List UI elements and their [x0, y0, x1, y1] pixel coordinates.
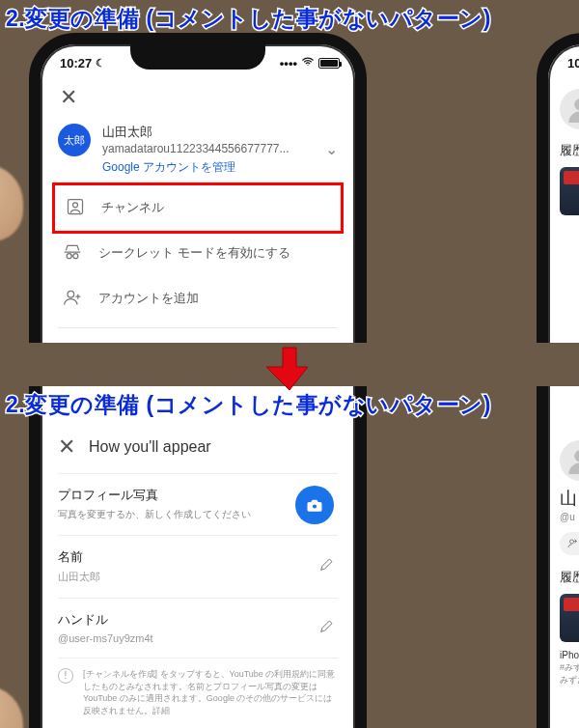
notch	[130, 42, 265, 70]
phone-left: 10:27 ☾ •••• ✕ 太郎 山田太郎 yamada	[29, 33, 367, 343]
handle-label: ハンドル	[58, 612, 338, 629]
account-email: yamadatarou11223344556677777...	[102, 141, 314, 157]
step-title: 2.変更の準備 (コメントした事がないパターン)	[6, 390, 491, 420]
panel-bottom: 2.変更の準備 (コメントした事がないパターン) ✕ How you'll ap…	[0, 386, 579, 728]
handle-section[interactable]: ハンドル @user-ms7uy9zm4t	[58, 598, 338, 658]
video-title: iPhoneの進化の歴	[560, 649, 579, 661]
battery-icon	[318, 58, 340, 69]
switch-account-pill[interactable]: アカウントを切	[560, 532, 579, 555]
name-section[interactable]: 名前 山田太郎	[58, 535, 338, 598]
menu-add-account[interactable]: アカウントを追加	[58, 276, 338, 322]
clock: 10:27	[567, 56, 579, 70]
finger-hint	[0, 686, 23, 728]
disclaimer-text: [チャンネルを作成] をタップすると、YouTube の利用規約に同意したものと…	[83, 668, 338, 716]
phone-right: 山 @u アカウントを切 履歴 iPhoneの進化の歴 #みずおじさん #ip …	[537, 386, 579, 728]
clock: 10:27	[60, 56, 92, 70]
chevron-down-icon[interactable]: ⌄	[325, 140, 338, 158]
manage-account-link[interactable]: Google アカウントを管理	[102, 159, 314, 176]
pencil-icon[interactable]	[318, 557, 334, 576]
name-value: 山田太郎	[58, 570, 338, 584]
menu-incognito-label: シークレット モードを有効にする	[98, 244, 290, 262]
history-heading: 履歴	[560, 142, 579, 159]
down-arrow-icon	[265, 344, 314, 396]
close-icon[interactable]: ✕	[58, 434, 75, 460]
disclaimer: ! [チャンネルを作成] をタップすると、YouTube の利用規約に同意したも…	[58, 658, 338, 728]
finger-hint	[0, 164, 23, 241]
dnd-moon-icon: ☾	[96, 57, 105, 70]
svg-point-8	[312, 504, 317, 509]
status-bar: 10:27 ☾	[548, 44, 579, 73]
add-person-icon	[62, 288, 83, 310]
svg-point-2	[67, 253, 71, 258]
account-name: 山田太郎	[102, 124, 314, 141]
phone-left: ✕ How you'll appear プロフィール写真 写真を変更するか、新し…	[29, 386, 367, 728]
channel-name: 山	[560, 487, 579, 510]
divider	[58, 327, 338, 328]
person-square-icon	[65, 197, 86, 219]
menu-premium[interactable]: YouTube Premium に登録	[58, 334, 338, 343]
menu-channel-label: チャンネル	[101, 199, 164, 216]
video-thumbnail[interactable]	[560, 167, 579, 215]
step-title: 2.変更の準備 (コメントした事がないパターン)	[6, 4, 491, 34]
menu-incognito[interactable]: シークレット モードを有効にする	[58, 231, 338, 276]
svg-point-9	[574, 451, 579, 462]
avatar: 太郎	[58, 124, 91, 156]
svg-point-10	[570, 540, 574, 544]
close-icon[interactable]: ✕	[58, 79, 79, 120]
pencil-icon[interactable]	[318, 619, 334, 638]
avatar-placeholder-icon	[560, 440, 579, 481]
menu-channel[interactable]: チャンネル	[52, 182, 344, 234]
account-header[interactable]: 太郎 山田太郎 yamadatarou11223344556677777... …	[58, 120, 338, 185]
handle-value: @user-ms7uy9zm4t	[58, 632, 338, 644]
svg-point-1	[73, 203, 78, 208]
svg-point-4	[68, 291, 74, 297]
history-heading: 履歴	[560, 569, 579, 586]
name-label: 名前	[58, 549, 338, 566]
wifi-icon	[301, 55, 315, 71]
profile-photo-section[interactable]: プロフィール写真 写真を変更するか、新しく作成してください	[58, 473, 338, 535]
svg-point-3	[73, 253, 78, 258]
menu-add-account-label: アカウントを追加	[98, 290, 199, 307]
video-thumbnail[interactable]	[560, 594, 579, 642]
video-tags: #みずおじさん #ip	[560, 661, 579, 674]
avatar-placeholder-icon	[560, 89, 579, 129]
svg-rect-0	[69, 199, 83, 213]
svg-point-6	[574, 99, 579, 111]
phone-right: 10:27 ☾ アカウントを切 履歴	[537, 33, 579, 343]
signal-dots: ••••	[280, 56, 297, 70]
page-title: How you'll appear	[89, 438, 211, 456]
info-icon: !	[58, 668, 73, 684]
panel-top: 2.変更の準備 (コメントした事がないパターン) 10:27 ☾ •••• ✕	[0, 0, 579, 343]
camera-icon[interactable]	[295, 486, 334, 524]
video-channel: みずおじさん	[560, 674, 579, 686]
incognito-icon	[62, 242, 83, 265]
channel-handle: @u	[560, 512, 579, 522]
